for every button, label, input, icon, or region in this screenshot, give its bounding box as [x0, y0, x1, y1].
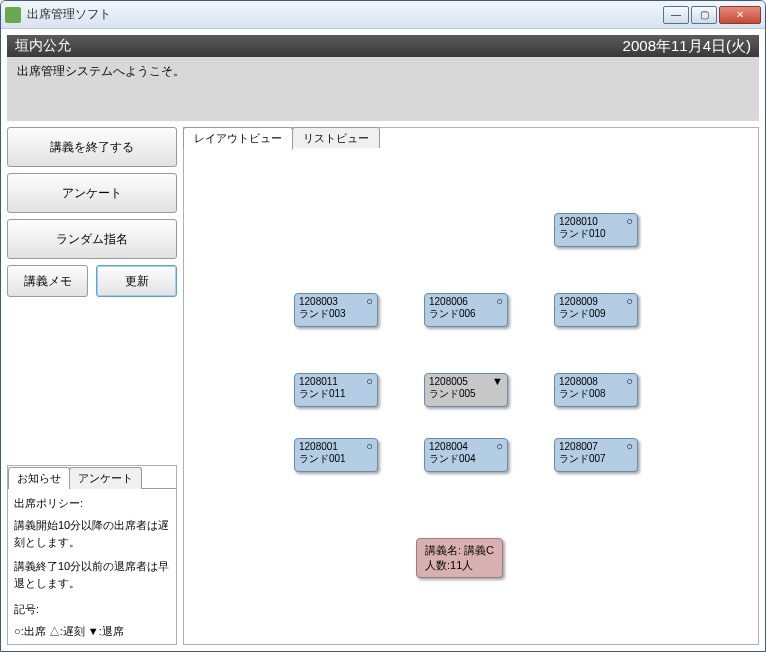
seat-card[interactable]: 1208006ランド006○: [424, 293, 508, 327]
survey-button[interactable]: アンケート: [7, 173, 177, 213]
seat-card[interactable]: 1208001ランド001○: [294, 438, 378, 472]
user-name: 垣内公允: [15, 37, 71, 55]
seat-status-mark: ○: [626, 296, 633, 307]
maximize-button[interactable]: ▢: [691, 6, 717, 24]
seat-status-mark: ○: [366, 376, 373, 387]
seat-card[interactable]: 1208008ランド008○: [554, 373, 638, 407]
seat-id: 1208008: [559, 376, 633, 387]
body: 垣内公允 2008年11月4日(火) 出席管理システムへようこそ。 講義を終了す…: [1, 29, 765, 651]
tab-layout-view[interactable]: レイアウトビュー: [183, 127, 293, 150]
close-button[interactable]: ✕: [719, 6, 761, 24]
seat-card[interactable]: 1208004ランド004○: [424, 438, 508, 472]
lecture-name: 講義名: 講義C: [425, 543, 494, 558]
lecture-count: 人数:11人: [425, 558, 494, 573]
right-column: レイアウトビュー リストビュー 1208010ランド010○1208003ランド…: [183, 127, 759, 645]
seat-name: ランド008: [559, 387, 633, 401]
app-icon: [5, 7, 21, 23]
window-controls: — ▢ ✕: [663, 6, 761, 24]
seat-status-mark: ○: [366, 296, 373, 307]
tab-survey[interactable]: アンケート: [69, 467, 142, 489]
seat-card[interactable]: 1208007ランド007○: [554, 438, 638, 472]
policy-title: 出席ポリシー:: [14, 495, 170, 513]
seat-status-mark: ▼: [492, 376, 503, 387]
seat-id: 1208010: [559, 216, 633, 227]
current-date: 2008年11月4日(火): [623, 37, 751, 56]
seat-name: ランド005: [429, 387, 503, 401]
left-column: 講義を終了する アンケート ランダム指名 講義メモ 更新 お知らせ アンケート …: [7, 127, 177, 645]
policy-line2: 講義終了10分以前の退席者は早退とします。: [14, 558, 170, 593]
seat-name: ランド011: [299, 387, 373, 401]
seat-id: 1208006: [429, 296, 503, 307]
seat-card[interactable]: 1208011ランド011○: [294, 373, 378, 407]
seat-card[interactable]: 1208003ランド003○: [294, 293, 378, 327]
titlebar: 出席管理ソフト — ▢ ✕: [1, 1, 765, 29]
seat-id: 1208007: [559, 441, 633, 452]
seat-name: ランド006: [429, 307, 503, 321]
view-tabs: レイアウトビュー リストビュー: [183, 127, 379, 150]
tab-list-view[interactable]: リストビュー: [292, 127, 380, 150]
seat-status-mark: ○: [496, 296, 503, 307]
info-tabs: お知らせ アンケート: [8, 466, 176, 488]
seat-name: ランド001: [299, 452, 373, 466]
seat-name: ランド003: [299, 307, 373, 321]
random-call-button[interactable]: ランダム指名: [7, 219, 177, 259]
seat-status-mark: ○: [626, 376, 633, 387]
seat-id: 1208001: [299, 441, 373, 452]
seat-status-mark: ○: [366, 441, 373, 452]
button-row: 講義メモ 更新: [7, 265, 177, 297]
seat-id: 1208004: [429, 441, 503, 452]
info-panel: お知らせ アンケート 出席ポリシー: 講義開始10分以降の出席者は遅刻とします。…: [7, 465, 177, 645]
seat-card[interactable]: 1208009ランド009○: [554, 293, 638, 327]
seat-id: 1208011: [299, 376, 373, 387]
app-title: 出席管理ソフト: [27, 6, 663, 23]
seat-status-mark: ○: [626, 216, 633, 227]
welcome-message: 出席管理システムへようこそ。: [7, 57, 759, 121]
info-body: 出席ポリシー: 講義開始10分以降の出席者は遅刻とします。 講義終了10分以前の…: [8, 488, 176, 644]
seat-card[interactable]: 1208010ランド010○: [554, 213, 638, 247]
content: 講義を終了する アンケート ランダム指名 講義メモ 更新 お知らせ アンケート …: [7, 127, 759, 645]
legend-title: 記号:: [14, 601, 170, 619]
seat-id: 1208009: [559, 296, 633, 307]
seat-name: ランド004: [429, 452, 503, 466]
policy-line1: 講義開始10分以降の出席者は遅刻とします。: [14, 517, 170, 552]
seat-layout-area: 1208010ランド010○1208003ランド003○1208006ランド00…: [184, 148, 758, 644]
minimize-button[interactable]: —: [663, 6, 689, 24]
seat-name: ランド009: [559, 307, 633, 321]
tab-notice[interactable]: お知らせ: [8, 467, 70, 489]
seat-card[interactable]: 1208005ランド005▼: [424, 373, 508, 407]
seat-name: ランド007: [559, 452, 633, 466]
header-bar: 垣内公允 2008年11月4日(火): [7, 35, 759, 57]
refresh-button[interactable]: 更新: [96, 265, 177, 297]
end-lecture-button[interactable]: 講義を終了する: [7, 127, 177, 167]
lecture-memo-button[interactable]: 講義メモ: [7, 265, 88, 297]
seat-status-mark: ○: [626, 441, 633, 452]
seat-status-mark: ○: [496, 441, 503, 452]
lecture-badge: 講義名: 講義C人数:11人: [416, 538, 503, 578]
legend: ○:出席 △:遅刻 ▼:退席: [14, 623, 170, 641]
seat-name: ランド010: [559, 227, 633, 241]
seat-id: 1208003: [299, 296, 373, 307]
app-window: 出席管理ソフト — ▢ ✕ 垣内公允 2008年11月4日(火) 出席管理システ…: [0, 0, 766, 652]
